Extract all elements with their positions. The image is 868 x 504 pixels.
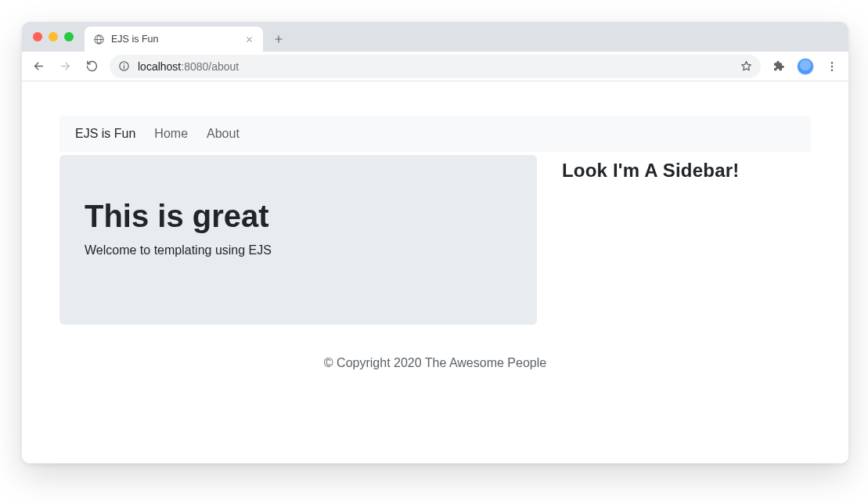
jumbotron-lead: Welcome to templating using EJS: [85, 243, 512, 257]
close-window-button[interactable]: [33, 32, 42, 41]
svg-point-6: [831, 69, 834, 71]
navbar-brand: EJS is Fun: [75, 127, 135, 141]
footer-text: © Copyright 2020 The Awesome People: [324, 356, 546, 369]
svg-point-5: [831, 65, 834, 67]
sidebar: Look I'm A Sidebar!: [562, 155, 811, 325]
bookmark-star-icon[interactable]: [739, 59, 753, 74]
page-footer: © Copyright 2020 The Awesome People: [59, 325, 811, 397]
jumbotron-heading: This is great: [85, 199, 512, 234]
nav-link-about[interactable]: About: [207, 127, 240, 141]
maximize-window-button[interactable]: [64, 32, 74, 41]
new-tab-button[interactable]: [268, 28, 290, 50]
window-controls: [33, 32, 74, 41]
active-tab[interactable]: EJS is Fun: [85, 27, 263, 52]
address-bar[interactable]: localhost:8080/about: [110, 55, 761, 78]
forward-button[interactable]: [53, 55, 77, 78]
page-content: EJS is Fun Home About This is great Welc…: [22, 81, 848, 397]
svg-point-4: [831, 62, 834, 64]
tab-strip: EJS is Fun: [22, 22, 848, 52]
profile-button[interactable]: [794, 55, 817, 78]
site-info-icon[interactable]: [117, 60, 130, 73]
reload-button[interactable]: [80, 55, 103, 78]
url-text: localhost:8080/about: [138, 60, 731, 73]
close-tab-button[interactable]: [243, 33, 255, 45]
minimize-window-button[interactable]: [49, 32, 58, 41]
sidebar-title: Look I'm A Sidebar!: [562, 160, 811, 182]
menu-button[interactable]: [820, 55, 844, 78]
url-port: :8080: [181, 60, 208, 73]
jumbotron: This is great Welcome to templating usin…: [59, 155, 537, 325]
url-path: /about: [208, 60, 239, 73]
back-button[interactable]: [27, 55, 50, 78]
svg-point-3: [123, 63, 124, 64]
viewport[interactable]: EJS is Fun Home About This is great Welc…: [22, 81, 848, 463]
toolbar: localhost:8080/about: [22, 52, 848, 81]
extensions-button[interactable]: [767, 55, 791, 78]
avatar: [797, 58, 814, 75]
site-navbar: EJS is Fun Home About: [59, 116, 811, 152]
url-host: localhost: [138, 60, 181, 73]
tab-title: EJS is Fun: [111, 34, 243, 45]
browser-window: EJS is Fun: [22, 22, 848, 463]
globe-icon: [92, 33, 105, 45]
nav-link-home[interactable]: Home: [154, 127, 188, 141]
